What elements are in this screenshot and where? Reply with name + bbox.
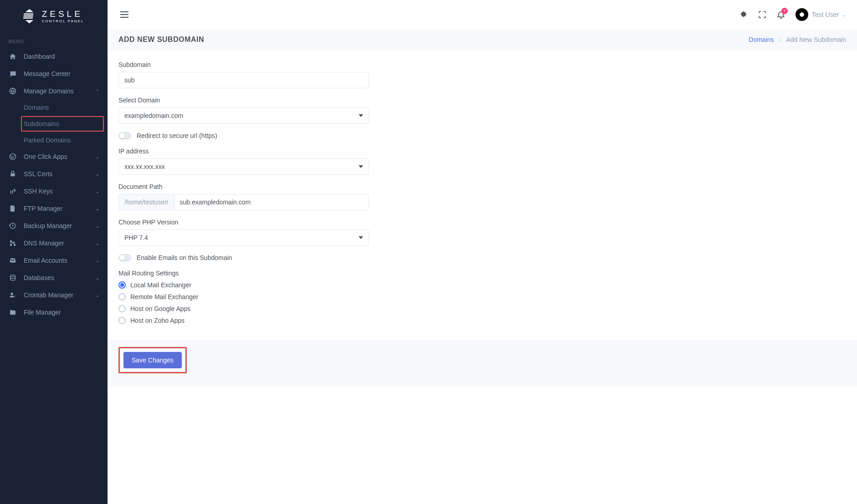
- home-icon: [8, 53, 17, 60]
- ip-label: IP address: [118, 148, 369, 155]
- subdomain-input[interactable]: [118, 72, 369, 88]
- button-row: Save Changes: [108, 340, 857, 387]
- mail-routing-label: Mail Routing Settings: [118, 270, 369, 277]
- sidebar-item-subdomains[interactable]: Subdomains: [21, 116, 104, 132]
- sidebar-item-domains[interactable]: Domains: [21, 100, 108, 115]
- radio-label: Local Mail Exchanger: [130, 281, 191, 289]
- svg-rect-2: [23, 15, 33, 17]
- enable-emails-toggle[interactable]: [118, 254, 131, 261]
- domain-label: Select Domain: [118, 97, 369, 104]
- sidebar-item-label: SSH Keys: [24, 188, 53, 195]
- sidebar-item-label: Message Center: [24, 70, 71, 77]
- sidebar-item-ftp-manager[interactable]: FTP Manager ⌄: [0, 200, 108, 217]
- sidebar-item-label: Domains: [24, 104, 49, 111]
- sidebar-item-label: DNS Manager: [24, 239, 64, 247]
- enable-emails-label: Enable Emails on this Subdomain: [137, 254, 232, 261]
- page-title: ADD NEW SUBDOMAIN: [118, 36, 204, 44]
- network-icon: [8, 239, 17, 247]
- user-menu[interactable]: Test User ⌄: [795, 8, 846, 21]
- svg-rect-7: [10, 173, 15, 177]
- ip-select[interactable]: xxx.xx.xxx.xxx: [118, 158, 369, 175]
- sidebar-item-label: Databases: [24, 274, 54, 281]
- redirect-https-label: Redirect to secure url (https): [137, 132, 217, 139]
- mail-option-local[interactable]: Local Mail Exchanger: [118, 281, 846, 289]
- svg-rect-11: [10, 244, 12, 246]
- sidebar-item-dashboard[interactable]: Dashboard: [0, 48, 108, 65]
- subdomain-label: Subdomain: [118, 61, 369, 68]
- sidebar-item-label: SSL Certs: [24, 170, 52, 178]
- logo-icon: [21, 8, 37, 24]
- radio-label: Host on Google Apps: [130, 305, 190, 312]
- mail-option-google[interactable]: Host on Google Apps: [118, 305, 846, 312]
- sidebar-item-label: Email Accounts: [24, 257, 67, 264]
- topbar: ? Test User ⌄: [108, 0, 857, 29]
- svg-rect-16: [120, 11, 128, 12]
- sidebar-item-message-center[interactable]: Message Center: [0, 65, 108, 82]
- radio-icon: [118, 317, 126, 324]
- chevron-down-icon: ⌄: [96, 241, 99, 246]
- chevron-down-icon: ⌄: [96, 224, 99, 229]
- wordpress-icon: [8, 153, 17, 160]
- chevron-up-icon: ⌃: [96, 89, 99, 94]
- user-cog-icon: [8, 291, 17, 299]
- php-select[interactable]: PHP 7.4: [118, 229, 369, 246]
- sidebar-item-email-accounts[interactable]: Email Accounts ⌄: [0, 252, 108, 269]
- leaf-icon[interactable]: [739, 10, 748, 19]
- radio-icon: [118, 293, 126, 300]
- database-icon: [8, 274, 17, 281]
- globe-icon: [8, 87, 17, 95]
- form-card: Subdomain Select Domain exampledomain.co…: [108, 50, 857, 340]
- docpath-prefix: /home/testuser/: [118, 194, 174, 210]
- chevron-down-icon: ⌄: [842, 12, 846, 17]
- sidebar-item-label: Parked Domains: [24, 137, 71, 144]
- chevron-down-icon: ⌄: [96, 189, 99, 194]
- chat-icon: [8, 70, 17, 77]
- menu-toggle-button[interactable]: [118, 10, 130, 20]
- radio-icon: [118, 281, 126, 289]
- svg-point-13: [10, 275, 15, 277]
- avatar: [795, 8, 808, 21]
- radio-icon: [118, 305, 126, 312]
- redirect-https-toggle[interactable]: [118, 132, 131, 139]
- sidebar-item-ssl-certs[interactable]: SSL Certs ⌄: [0, 165, 108, 183]
- menu-section-label: MENU: [0, 31, 108, 48]
- chevron-down-icon: ⌄: [96, 258, 99, 263]
- sidebar-item-label: FTP Manager: [24, 205, 62, 212]
- key-icon: [8, 188, 17, 195]
- sidebar-item-parked-domains[interactable]: Parked Domains: [21, 132, 108, 148]
- sidebar-item-dns-manager[interactable]: DNS Manager ⌄: [0, 234, 108, 252]
- svg-point-14: [10, 293, 13, 295]
- svg-marker-0: [25, 9, 33, 12]
- svg-rect-3: [23, 17, 32, 19]
- mail-option-remote[interactable]: Remote Mail Exchanger: [118, 293, 846, 300]
- sidebar-item-manage-domains[interactable]: Manage Domains ⌃: [0, 82, 108, 100]
- breadcrumb-link-domains[interactable]: Domains: [749, 36, 774, 43]
- svg-rect-9: [10, 240, 12, 242]
- domain-select[interactable]: exampledomain.com: [118, 107, 369, 124]
- main-area: ? Test User ⌄ ADD NEW SUBDOMAIN Domains …: [108, 0, 857, 387]
- php-label: Choose PHP Version: [118, 219, 369, 226]
- sidebar-item-label: One Click Apps: [24, 153, 67, 160]
- sidebar-item-databases[interactable]: Databases ⌄: [0, 269, 108, 286]
- save-button[interactable]: Save Changes: [123, 352, 182, 368]
- sidebar-item-label: Subdomains: [24, 120, 59, 127]
- breadcrumb-separator: /: [779, 36, 781, 43]
- svg-point-15: [14, 295, 15, 297]
- notifications-icon[interactable]: ?: [776, 10, 785, 19]
- history-icon: [8, 222, 17, 229]
- sidebar-item-backup-manager[interactable]: Backup Manager ⌄: [0, 217, 108, 234]
- sidebar-item-crontab-manager[interactable]: Crontab Manager ⌄: [0, 286, 108, 304]
- logo-subtitle: CONTROL PANEL: [42, 19, 84, 23]
- fullscreen-icon[interactable]: [758, 10, 766, 19]
- page-header: ADD NEW SUBDOMAIN Domains / Add New Subd…: [108, 29, 857, 50]
- radio-label: Host on Zoho Apps: [130, 317, 185, 324]
- sidebar-item-one-click-apps[interactable]: One Click Apps ⌄: [0, 148, 108, 165]
- mail-option-zoho[interactable]: Host on Zoho Apps: [118, 317, 846, 324]
- chevron-down-icon: ⌄: [96, 275, 99, 280]
- logo[interactable]: ZESLE CONTROL PANEL: [0, 0, 108, 31]
- sidebar-submenu-domains: Domains Subdomains Parked Domains: [0, 100, 108, 148]
- docpath-input[interactable]: [174, 194, 369, 210]
- svg-point-8: [10, 191, 13, 193]
- sidebar-item-ssh-keys[interactable]: SSH Keys ⌄: [0, 183, 108, 200]
- sidebar-item-file-manager[interactable]: File Manager: [0, 304, 108, 321]
